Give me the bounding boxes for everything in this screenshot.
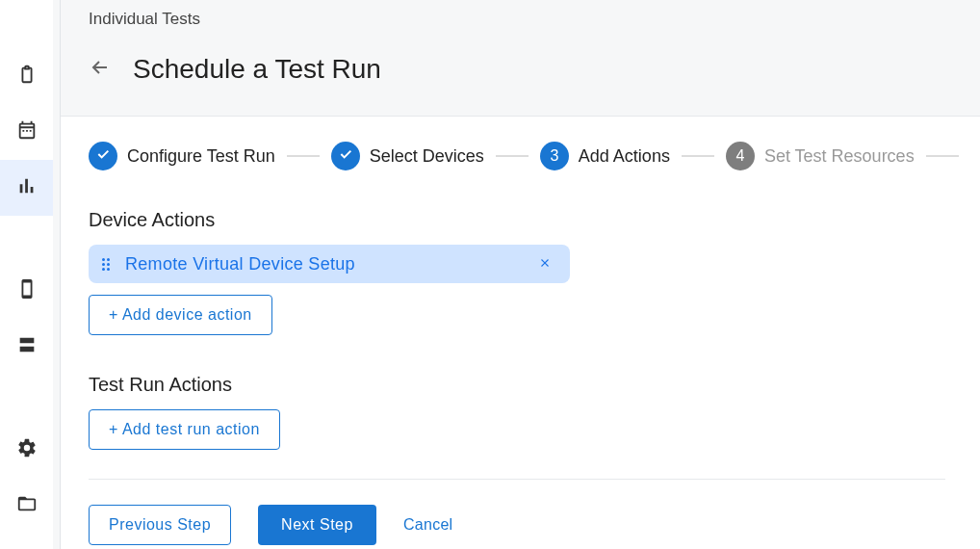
step-circle-pending: 4 (726, 142, 755, 170)
sidebar-item-server[interactable] (0, 319, 53, 375)
step-label: Set Test Resources (764, 146, 915, 167)
step-label: Configure Test Run (127, 146, 275, 167)
phone-icon (16, 278, 38, 303)
next-step-button[interactable]: Next Step (258, 505, 376, 545)
drag-handle-icon[interactable] (102, 258, 114, 271)
header-area: Individual Tests Schedule a Test Run (54, 0, 980, 117)
page-title: Schedule a Test Run (133, 54, 381, 85)
step-select-devices[interactable]: Select Devices (331, 142, 484, 170)
chip-label: Remote Virtual Device Setup (125, 254, 522, 274)
step-connector (926, 155, 959, 157)
step-connector (496, 155, 529, 157)
main-content: Individual Tests Schedule a Test Run Con… (54, 0, 980, 549)
stepper: Configure Test Run Select Devices 3 Add … (54, 142, 980, 170)
arrow-left-icon (89, 56, 112, 83)
calendar-icon (16, 119, 38, 144)
step-circle-completed (331, 142, 360, 170)
bar-chart-icon (16, 175, 38, 200)
checkmark-icon (95, 146, 111, 166)
footer-buttons: Previous Step Next Step Cancel (54, 505, 980, 549)
breadcrumb: Individual Tests (89, 0, 945, 33)
step-configure-test-run[interactable]: Configure Test Run (89, 142, 275, 170)
close-icon (538, 254, 552, 274)
sidebar-item-phone[interactable] (0, 263, 53, 319)
sidebar-item-clipboard[interactable] (0, 48, 53, 104)
folder-icon (16, 493, 38, 518)
add-device-action-button[interactable]: + Add device action (89, 295, 272, 335)
device-actions-section: Device Actions Remote Virtual Device Set… (54, 209, 980, 335)
chip-remove-button[interactable] (533, 252, 556, 275)
back-button[interactable] (89, 56, 112, 83)
step-circle-current: 3 (540, 142, 569, 170)
sidebar-divider (53, 0, 61, 549)
clipboard-icon (16, 64, 38, 89)
divider (89, 479, 945, 480)
server-icon (16, 334, 38, 359)
device-action-chip[interactable]: Remote Virtual Device Setup (89, 245, 570, 283)
step-set-test-resources[interactable]: 4 Set Test Resources (726, 142, 915, 170)
step-label: Select Devices (370, 146, 484, 167)
gear-icon (16, 437, 38, 462)
test-run-actions-section: Test Run Actions + Add test run action (54, 374, 980, 450)
sidebar-item-chart[interactable] (0, 160, 53, 216)
step-connector (287, 155, 320, 157)
previous-step-button[interactable]: Previous Step (89, 505, 231, 545)
sidebar-item-folder[interactable] (0, 478, 53, 534)
test-run-actions-title: Test Run Actions (89, 374, 945, 396)
cancel-button[interactable]: Cancel (403, 516, 453, 534)
checkmark-icon (338, 146, 353, 166)
device-actions-title: Device Actions (89, 209, 945, 231)
add-test-run-action-button[interactable]: + Add test run action (89, 409, 280, 450)
step-add-actions[interactable]: 3 Add Actions (540, 142, 670, 170)
step-label: Add Actions (579, 146, 670, 167)
step-connector (682, 155, 714, 157)
sidebar (0, 0, 54, 549)
sidebar-item-calendar[interactable] (0, 104, 53, 160)
sidebar-item-settings[interactable] (0, 422, 53, 478)
step-circle-completed (89, 142, 117, 170)
